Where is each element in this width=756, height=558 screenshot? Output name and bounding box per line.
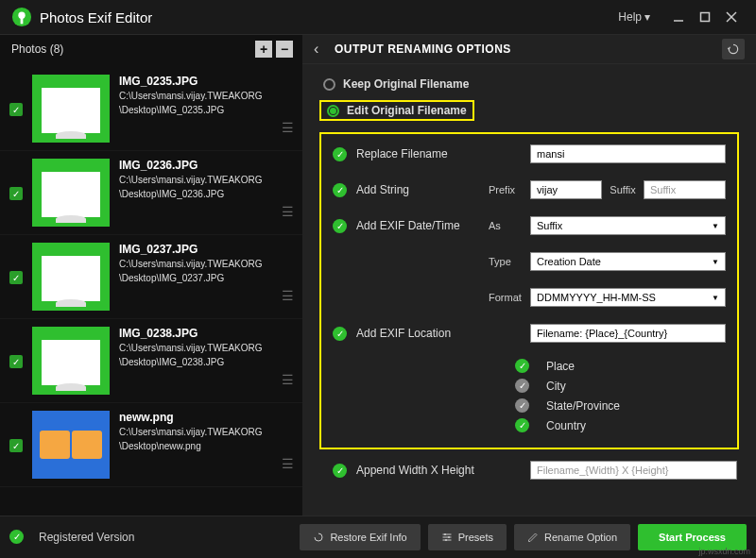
check-icon[interactable]: ✓ xyxy=(333,147,347,161)
maximize-button[interactable] xyxy=(692,4,718,30)
photo-path: \Desktop\neww.png xyxy=(119,440,293,452)
svg-point-1 xyxy=(18,12,25,19)
chevron-down-icon: ▼ xyxy=(712,258,719,266)
refresh-button[interactable] xyxy=(722,39,745,59)
photo-thumbnail xyxy=(32,327,110,395)
photo-path: C:\Users\mansi.vijay.TWEAKORG xyxy=(119,258,293,270)
svg-point-11 xyxy=(445,539,447,541)
check-icon[interactable]: ✓ xyxy=(333,219,347,233)
type-select[interactable]: Creation Date▼ xyxy=(530,252,726,271)
radio-edit-label: Edit Original Filename xyxy=(347,104,467,117)
check-icon: ✓ xyxy=(9,530,24,544)
radio-icon xyxy=(323,78,335,91)
photo-name: neww.png xyxy=(119,411,293,424)
options-body: Keep Original Filename Edit Original Fil… xyxy=(302,64,756,516)
back-button[interactable]: ‹ xyxy=(314,41,329,58)
photo-checkbox[interactable]: ✓ xyxy=(9,187,23,200)
photo-path: \Desktop\IMG_0238.JPG xyxy=(119,356,293,368)
photo-name: IMG_0235.JPG xyxy=(119,75,293,88)
radio-keep-original[interactable]: Keep Original Filename xyxy=(319,76,739,93)
suffix-input[interactable] xyxy=(644,180,726,199)
suffix-label: Suffix xyxy=(602,184,644,195)
photo-checkbox[interactable]: ✓ xyxy=(9,355,23,368)
photo-item[interactable]: ✓IMG_0235.JPGC:\Users\mansi.vijay.TWEAKO… xyxy=(0,67,302,151)
append-wh-label: Append Width X Height xyxy=(356,464,489,477)
photo-item[interactable]: ✓IMG_0238.JPGC:\Users\mansi.vijay.TWEAKO… xyxy=(0,319,302,403)
check-icon[interactable]: ✓ xyxy=(515,359,529,373)
photo-path: \Desktop\IMG_0237.JPG xyxy=(119,272,293,284)
footer-bar: ✓ Registered Version Restore Exif Info P… xyxy=(0,516,756,557)
minimize-button[interactable] xyxy=(665,4,692,30)
photo-path: C:\Users\mansi.vijay.TWEAKORG xyxy=(119,90,293,102)
exif-location-input[interactable] xyxy=(530,324,726,343)
photo-path: \Desktop\IMG_0235.JPG xyxy=(119,104,293,116)
app-logo-icon xyxy=(11,7,32,27)
check-icon[interactable]: ✓ xyxy=(333,464,347,478)
photo-checkbox[interactable]: ✓ xyxy=(9,271,23,284)
radio-edit-original[interactable]: Edit Original Filename xyxy=(319,100,474,121)
exif-location-label: Add EXIF Location xyxy=(356,327,489,340)
check-icon[interactable]: ✓ xyxy=(515,379,529,393)
photo-name: IMG_0238.JPG xyxy=(119,327,293,340)
photo-item[interactable]: ✓neww.pngC:\Users\mansi.vijay.TWEAKORG\D… xyxy=(0,403,302,487)
help-menu[interactable]: Help▾ xyxy=(618,10,650,24)
as-select[interactable]: Suffix▼ xyxy=(530,216,726,235)
add-photo-button[interactable]: + xyxy=(255,41,272,58)
check-icon[interactable]: ✓ xyxy=(333,327,347,341)
photo-name: IMG_0236.JPG xyxy=(119,159,293,172)
photos-panel-header: Photos (8) + − xyxy=(0,35,302,63)
photo-thumbnail xyxy=(32,243,110,311)
loc-country-label: Country xyxy=(546,419,586,432)
item-menu-icon[interactable]: ☰ xyxy=(282,120,293,135)
item-menu-icon[interactable]: ☰ xyxy=(282,288,293,303)
append-wh-input[interactable] xyxy=(530,461,737,480)
type-label: Type xyxy=(489,256,530,267)
restore-exif-button[interactable]: Restore Exif Info xyxy=(300,524,420,550)
remove-photo-button[interactable]: − xyxy=(276,41,293,58)
photo-path: C:\Users\mansi.vijay.TWEAKORG xyxy=(119,342,293,354)
photos-count-label: Photos (8) xyxy=(11,42,251,56)
check-icon[interactable]: ✓ xyxy=(515,418,529,432)
item-menu-icon[interactable]: ☰ xyxy=(282,204,293,219)
loc-place-label: Place xyxy=(546,360,575,373)
loc-city-label: City xyxy=(546,380,566,393)
add-string-label: Add String xyxy=(356,183,489,196)
as-label: As xyxy=(489,220,530,231)
format-select[interactable]: DDMMYYYY_HH-MM-SS▼ xyxy=(530,288,726,307)
photo-checkbox[interactable]: ✓ xyxy=(9,103,23,116)
rename-option-button[interactable]: Rename Option xyxy=(514,524,630,550)
replace-filename-input[interactable] xyxy=(530,144,726,163)
options-header: ‹ OUTPUT RENAMING OPTIONS xyxy=(302,35,756,63)
photo-thumbnail xyxy=(32,411,110,479)
photo-thumbnail xyxy=(32,75,110,143)
svg-rect-3 xyxy=(701,13,710,22)
chevron-down-icon: ▼ xyxy=(712,294,719,302)
photo-item[interactable]: ✓IMG_0237.JPGC:\Users\mansi.vijay.TWEAKO… xyxy=(0,235,302,319)
item-menu-icon[interactable]: ☰ xyxy=(282,456,293,471)
close-button[interactable] xyxy=(718,4,745,30)
photo-checkbox[interactable]: ✓ xyxy=(9,439,23,452)
title-bar: Photos Exif Editor Help▾ xyxy=(0,0,756,34)
photos-panel: Photos (8) + − ✓IMG_0235.JPGC:\Users\man… xyxy=(0,35,302,516)
prefix-label: Prefix xyxy=(489,184,530,195)
check-icon[interactable]: ✓ xyxy=(515,398,529,413)
format-label: Format xyxy=(489,292,530,303)
registered-label: ✓ Registered Version xyxy=(9,530,292,544)
options-title: OUTPUT RENAMING OPTIONS xyxy=(335,42,722,56)
photo-item[interactable]: ✓IMG_0236.JPGC:\Users\mansi.vijay.TWEAKO… xyxy=(0,151,302,235)
watermark: jp.wsxdn.com xyxy=(698,547,750,556)
radio-icon xyxy=(327,105,339,117)
chevron-down-icon: ▾ xyxy=(644,10,650,24)
item-menu-icon[interactable]: ☰ xyxy=(282,372,293,387)
radio-keep-label: Keep Original Filename xyxy=(343,77,469,91)
svg-point-10 xyxy=(448,536,450,538)
photo-list[interactable]: ✓IMG_0235.JPGC:\Users\mansi.vijay.TWEAKO… xyxy=(0,63,302,516)
photo-path: C:\Users\mansi.vijay.TWEAKORG xyxy=(119,174,293,186)
photo-thumbnail xyxy=(32,159,110,227)
options-panel: ‹ OUTPUT RENAMING OPTIONS Keep Original … xyxy=(302,35,756,516)
presets-button[interactable]: Presets xyxy=(428,524,507,550)
check-icon[interactable]: ✓ xyxy=(333,183,347,197)
photo-path: \Desktop\IMG_0236.JPG xyxy=(119,188,293,200)
prefix-input[interactable] xyxy=(530,180,602,199)
svg-point-9 xyxy=(444,533,446,535)
